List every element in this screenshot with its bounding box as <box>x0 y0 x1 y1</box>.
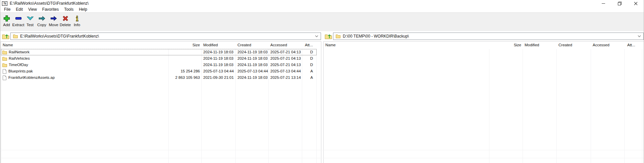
file-modified: 2024-11-19 18:03 <box>202 49 236 55</box>
file-size: 15 254 286 <box>169 68 202 74</box>
file-created: 2024-11-19 18:03 <box>236 62 269 68</box>
restore-icon <box>618 2 622 5</box>
info-button[interactable]: iInfo <box>71 14 83 31</box>
menu-edit[interactable]: Edit <box>13 7 25 12</box>
parent-folder-button-left[interactable] <box>1 32 10 40</box>
minimize-icon <box>602 2 605 5</box>
extract-button[interactable]: Extract <box>12 14 24 31</box>
address-combobox-left[interactable]: E:\RailWorks\Assets\DTG\FrankfurtKoblenz… <box>10 33 321 40</box>
column-gridline <box>489 49 489 163</box>
column-header-size[interactable]: Size <box>489 42 523 49</box>
copy-arrow-icon <box>38 14 46 22</box>
file-size <box>169 55 202 62</box>
column-gridline <box>591 49 591 163</box>
chevron-down-icon[interactable] <box>638 35 641 37</box>
column-header-created[interactable]: Created <box>236 42 269 49</box>
file-panes: NameSizeModifiedCreatedAccessedAtt...Rai… <box>0 41 644 163</box>
file-attr: D <box>302 62 317 68</box>
address-combobox-right[interactable]: D:\00 TEMP\00 - WORKDIR\Backup\ <box>333 33 644 40</box>
file-modified: 2021-09-30 21:01 <box>202 74 236 81</box>
address-path-right: D:\00 TEMP\00 - WORKDIR\Backup\ <box>343 34 409 39</box>
add-button[interactable]: Add <box>1 14 12 31</box>
file-attr: D <box>302 49 317 55</box>
file-created: 2024-11-19 18:03 <box>236 74 269 81</box>
toolbar-button-label: Move <box>49 23 58 27</box>
column-header-accessed[interactable]: Accessed <box>269 42 302 49</box>
test-button[interactable]: Test <box>24 14 36 31</box>
delete-button[interactable]: Delete <box>59 14 71 31</box>
column-header-name[interactable]: Name <box>324 42 489 49</box>
toolbar-button-label: Info <box>74 23 80 27</box>
file-attr: A <box>302 74 317 81</box>
menu-help[interactable]: Help <box>76 7 90 12</box>
file-attr: A <box>302 68 317 74</box>
menu-tools[interactable]: Tools <box>61 7 76 12</box>
info-icon: i <box>73 14 81 22</box>
right-address-group: D:\00 TEMP\00 - WORKDIR\Backup\ <box>324 32 644 40</box>
file-name-cell: TimeOfDay <box>1 62 169 68</box>
file-name-cell: RailNetwork <box>1 49 169 55</box>
minimize-button[interactable] <box>595 0 611 7</box>
file-name: RailNetwork <box>9 49 30 55</box>
toolbar-button-label: Copy <box>37 23 46 27</box>
address-row: E:\RailWorks\Assets\DTG\FrankfurtKoblenz… <box>0 31 644 41</box>
file-icon <box>2 75 7 80</box>
file-size: 2 863 105 963 <box>169 74 202 81</box>
menu-favorites[interactable]: Favorites <box>40 7 61 12</box>
menu-file[interactable]: File <box>1 7 13 12</box>
parent-folder-button-right[interactable] <box>324 32 333 40</box>
column-header-modified[interactable]: Modified <box>202 42 236 49</box>
file-accessed: 2025-07-21 04:13 <box>269 49 302 55</box>
menubar: FileEditViewFavoritesToolsHelp <box>0 7 644 12</box>
column-header-size[interactable]: Size <box>169 42 202 49</box>
left-file-list[interactable]: NameSizeModifiedCreatedAccessedAtt...Rai… <box>1 41 321 163</box>
7zip-app-icon[interactable]: 7z <box>2 1 7 6</box>
file-accessed: 2025-07-21 04:13 <box>269 62 302 68</box>
copy-button[interactable]: Copy <box>36 14 48 31</box>
file-row[interactable]: Blueprints.pak15 254 2862025-07-13 04:44… <box>1 68 317 74</box>
menu-view[interactable]: View <box>25 7 40 12</box>
left-address-group: E:\RailWorks\Assets\DTG\FrankfurtKoblenz… <box>1 32 321 40</box>
faint-horizontal-line <box>0 158 644 158</box>
file-row[interactable]: FrankfurtKoblenzAssets.ap2 863 105 96320… <box>1 74 317 81</box>
file-name: TimeOfDay <box>9 62 28 68</box>
file-modified: 2024-11-19 18:03 <box>202 62 236 68</box>
file-name-cell: RailVehicles <box>1 55 169 62</box>
column-header-modified[interactable]: Modified <box>523 42 557 49</box>
caption-buttons <box>595 0 644 7</box>
file-created: 2024-11-19 18:03 <box>236 49 269 55</box>
move-button[interactable]: Move <box>48 14 59 31</box>
close-button[interactable] <box>628 0 644 7</box>
file-row[interactable]: TimeOfDay2024-11-19 18:032024-11-19 18:0… <box>1 62 317 68</box>
right-file-list[interactable]: NameSizeModifiedCreatedAccessedAtt... <box>323 41 644 163</box>
column-header-att[interactable]: Att... <box>302 42 317 49</box>
file-row[interactable]: RailNetwork2024-11-19 18:032024-11-19 18… <box>1 49 317 55</box>
restore-button[interactable] <box>611 0 628 7</box>
parent-folder-icon <box>325 33 332 39</box>
file-accessed: 2025-07-21 13:14 <box>269 74 302 81</box>
toolbar-button-label: Add <box>3 23 10 27</box>
column-header-att[interactable]: Att... <box>625 42 642 49</box>
folder-icon <box>2 63 7 67</box>
7zip-window: 7z E:\RailWorks\Assets\DTG\FrankfurtKobl… <box>0 0 644 163</box>
column-header-accessed[interactable]: Accessed <box>591 42 625 49</box>
file-size <box>169 49 202 55</box>
file-name-cell: Blueprints.pak <box>1 68 169 74</box>
file-modified: 2025-07-13 04:44 <box>202 68 236 74</box>
column-gridline <box>642 49 642 163</box>
toolbar-button-label: Extract <box>12 23 24 27</box>
titlebar: 7z E:\RailWorks\Assets\DTG\FrankfurtKobl… <box>0 0 644 7</box>
file-icon <box>2 69 7 74</box>
file-modified: 2024-11-19 18:03 <box>202 55 236 62</box>
column-header-created[interactable]: Created <box>557 42 591 49</box>
toolbar: AddExtractTestCopyMoveDeleteiInfo <box>0 12 644 31</box>
file-accessed: 2025-07-21 04:13 <box>269 55 302 62</box>
column-header-name[interactable]: Name <box>1 42 169 49</box>
delete-x-icon <box>61 14 69 22</box>
file-attr: D <box>302 55 317 62</box>
folder-icon <box>13 34 18 38</box>
chevron-down-icon[interactable] <box>315 35 318 37</box>
folder-icon <box>336 34 340 38</box>
file-size <box>169 62 202 68</box>
file-row[interactable]: RailVehicles2024-11-19 18:032024-11-19 1… <box>1 55 317 62</box>
